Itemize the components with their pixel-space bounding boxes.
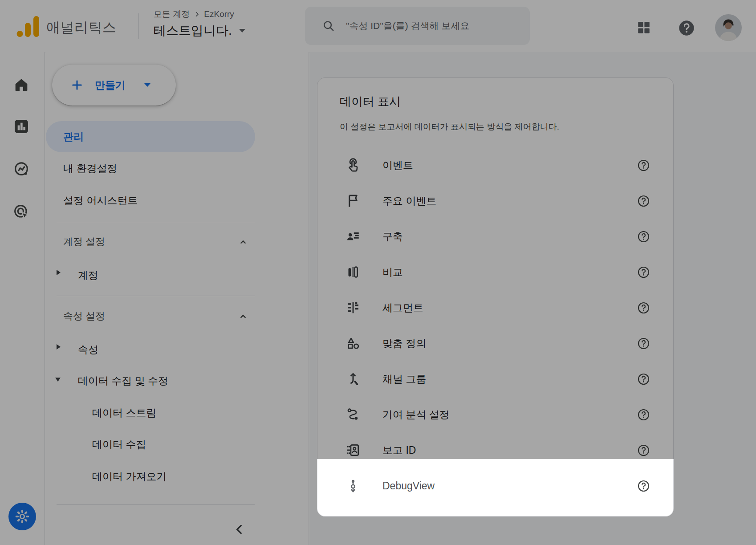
settings-list: 이벤트 주요 이벤트 구축 비교 세그먼트 xyxy=(317,147,673,504)
nav-divider xyxy=(57,504,255,505)
row-custom-definitions[interactable]: 맞춤 정의 xyxy=(317,325,673,361)
nav-item-property[interactable]: 속성 xyxy=(78,342,98,357)
help-icon[interactable] xyxy=(637,195,650,207)
search-placeholder: "속성 ID"을(를) 검색해 보세요 xyxy=(346,20,469,32)
segments-icon xyxy=(345,300,361,316)
touch-icon xyxy=(345,157,361,173)
row-key-events[interactable]: 주요 이벤트 xyxy=(317,183,673,219)
row-label: 비교 xyxy=(382,265,403,279)
help-icon[interactable] xyxy=(637,408,650,421)
help-icon[interactable] xyxy=(637,337,650,350)
chevron-up-icon[interactable] xyxy=(237,311,249,322)
row-label: DebugView xyxy=(382,480,435,492)
expand-arrow-down-icon[interactable] xyxy=(55,378,61,382)
row-label: 맞춤 정의 xyxy=(382,337,426,350)
app-header: 애널리틱스 모든 계정 EzKorry 테스트입니다. "속성 ID"을(를) … xyxy=(0,0,756,53)
property-name: 테스트입니다. xyxy=(154,22,232,39)
data-display-card: 데이터 표시 이 설정은 보고서에 데이터가 표시되는 방식을 제어합니다. 이… xyxy=(317,77,674,517)
nav-item-my-preferences[interactable]: 내 환경설정 xyxy=(63,161,117,176)
plus-icon xyxy=(71,79,83,91)
row-channel-groups[interactable]: 채널 그룹 xyxy=(317,361,673,397)
row-label: 세그먼트 xyxy=(382,301,423,315)
breadcrumb-scope: 모든 계정 xyxy=(154,8,190,20)
help-icon[interactable] xyxy=(637,159,650,172)
row-label: 보고 ID xyxy=(382,443,416,457)
nav-item-account[interactable]: 계정 xyxy=(78,268,98,283)
app-rail xyxy=(0,52,45,545)
attribution-icon xyxy=(345,407,361,423)
audience-icon xyxy=(345,228,361,244)
shapes-icon xyxy=(345,335,361,351)
section-account-settings[interactable]: 계정 설정 xyxy=(63,235,105,248)
row-label: 구축 xyxy=(382,230,403,244)
home-icon[interactable] xyxy=(12,76,30,94)
nav-divider xyxy=(57,222,255,222)
row-segments[interactable]: 세그먼트 xyxy=(317,290,673,325)
help-icon[interactable] xyxy=(637,230,650,243)
breadcrumb-account: EzKorry xyxy=(204,9,234,19)
admin-gear-button[interactable] xyxy=(8,503,36,530)
row-debugview[interactable]: DebugView xyxy=(317,468,673,504)
nav-item-setup-assistant[interactable]: 설정 어시스턴트 xyxy=(63,193,138,208)
create-button-label: 만들기 xyxy=(95,78,126,92)
row-label: 채널 그룹 xyxy=(382,372,426,386)
analytics-logo-icon[interactable] xyxy=(16,15,40,38)
row-reporting-identity[interactable]: 보고 ID xyxy=(317,432,673,468)
row-label: 이벤트 xyxy=(382,159,413,172)
create-button[interactable]: 만들기 xyxy=(52,65,176,106)
create-dropdown-icon[interactable] xyxy=(144,83,150,87)
row-audiences[interactable]: 구축 xyxy=(317,219,673,254)
advertising-icon[interactable] xyxy=(12,203,30,221)
property-selector[interactable]: 테스트입니다. xyxy=(154,22,245,39)
expand-arrow-right-icon[interactable] xyxy=(57,344,61,350)
search-icon xyxy=(322,19,335,33)
chevron-right-icon xyxy=(193,10,201,18)
nav-item-data-import[interactable]: 데이터 가져오기 xyxy=(92,469,167,484)
help-button[interactable] xyxy=(678,19,695,37)
header-divider xyxy=(138,13,139,39)
help-icon[interactable] xyxy=(637,480,650,492)
search-input[interactable]: "속성 ID"을(를) 검색해 보세요 xyxy=(305,7,530,45)
admin-nav-panel: 만들기 관리 내 환경설정 설정 어시스턴트 계정 설정 계정 속성 설정 속성… xyxy=(45,52,309,545)
card-subtitle: 이 설정은 보고서에 데이터가 표시되는 방식을 제어합니다. xyxy=(340,121,559,133)
reporting-id-icon xyxy=(345,442,361,458)
debugview-icon xyxy=(345,478,361,494)
avatar[interactable] xyxy=(715,14,742,41)
nav-item-data-collection-group[interactable]: 데이터 수집 및 수정 xyxy=(78,373,168,388)
nav-item-admin-selected[interactable]: 관리 xyxy=(46,121,255,152)
help-icon[interactable] xyxy=(637,373,650,386)
nav-divider xyxy=(57,296,255,296)
collapse-nav-icon[interactable] xyxy=(232,522,247,537)
row-label: 기여 분석 설정 xyxy=(382,408,450,422)
help-icon[interactable] xyxy=(637,301,650,314)
card-title: 데이터 표시 xyxy=(340,94,401,110)
logo-wordmark: 애널리틱스 xyxy=(46,18,117,37)
help-icon[interactable] xyxy=(637,444,650,457)
explore-icon[interactable] xyxy=(12,160,30,178)
flag-icon xyxy=(345,193,361,209)
row-events[interactable]: 이벤트 xyxy=(317,147,673,183)
section-property-settings[interactable]: 속성 설정 xyxy=(63,309,105,323)
nav-item-label: 관리 xyxy=(63,121,84,152)
help-icon[interactable] xyxy=(637,266,650,279)
org-apps-grid-icon[interactable] xyxy=(636,20,651,35)
compare-icon xyxy=(345,264,361,280)
reports-icon[interactable] xyxy=(12,118,30,135)
chevron-down-icon xyxy=(239,29,245,33)
ga-admin-page: 애널리틱스 모든 계정 EzKorry 테스트입니다. "속성 ID"을(를) … xyxy=(0,0,756,545)
expand-arrow-right-icon[interactable] xyxy=(57,270,61,275)
nav-item-data-streams[interactable]: 데이터 스트림 xyxy=(92,405,156,420)
nav-item-data-collection[interactable]: 데이터 수집 xyxy=(92,437,146,452)
channel-icon xyxy=(345,371,361,387)
row-comparisons[interactable]: 비교 xyxy=(317,254,673,290)
row-label: 주요 이벤트 xyxy=(382,194,436,208)
breadcrumb[interactable]: 모든 계정 EzKorry xyxy=(154,9,234,20)
row-attribution-settings[interactable]: 기여 분석 설정 xyxy=(317,397,673,432)
chevron-up-icon[interactable] xyxy=(237,236,249,248)
